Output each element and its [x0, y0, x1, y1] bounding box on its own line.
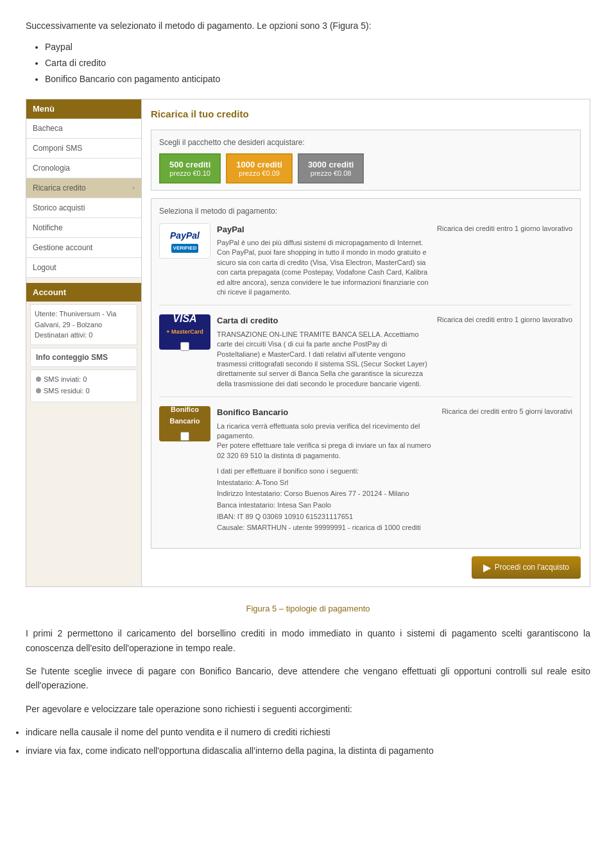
- sidebar-item-sms[interactable]: Componi SMS: [26, 139, 141, 158]
- paypal-desc: PayPal è uno dei più diffusi sistemi di …: [217, 238, 431, 297]
- sms-info-title: Info conteggio SMS: [30, 348, 137, 367]
- payment-bonifico: Bonifico Bancario Bonifico Bancario La r…: [159, 406, 572, 542]
- proceed-row: ▶ Procedi con l'acquisto: [151, 556, 581, 579]
- carta-info: Carta di credito TRANSAZIONE ON-LINE TRA…: [217, 314, 431, 389]
- sms-residui-dot: [36, 388, 41, 393]
- body-para1: I primi 2 permettono il caricamento del …: [26, 626, 590, 655]
- sidebar-item-gestione[interactable]: Gestione account: [26, 238, 141, 258]
- bonifico-radio[interactable]: [180, 432, 189, 441]
- sms-inviati-dot: [36, 377, 41, 382]
- carta-timing: Ricarica dei crediti entro 1 giorno lavo…: [437, 314, 572, 325]
- account-section-title: Account: [26, 283, 141, 302]
- sidebar-item-bacheca[interactable]: Bacheca: [26, 119, 141, 139]
- main-title: Ricarica il tuo credito: [151, 107, 581, 122]
- accorgimento-1: indicare nella causale il nome del punto…: [26, 725, 590, 739]
- main-panel: Ricarica il tuo credito Scegli il pacche…: [142, 99, 590, 586]
- carta-name: Carta di credito: [217, 314, 431, 327]
- sidebar-item-ricarica[interactable]: Ricarica credito ›: [26, 178, 141, 198]
- sms-residui-label: SMS residui: 0: [44, 386, 90, 397]
- payment-paypal: PayPal VERIFIED PayPal PayPal è uno dei …: [159, 223, 572, 306]
- packages-section: Scegli il pacchetto che desideri acquist…: [151, 130, 581, 191]
- option-carta: Carta di credito: [45, 56, 590, 70]
- body-para3: Per agevolare e velocizzare tale operazi…: [26, 702, 590, 716]
- proceed-label: Procedi con l'acquisto: [495, 563, 569, 572]
- proceed-button[interactable]: ▶ Procedi con l'acquisto: [472, 556, 581, 579]
- visa-logo: VISA + MasterCard: [159, 314, 210, 350]
- proceed-arrow-icon: ▶: [483, 561, 491, 574]
- paypal-name: PayPal: [217, 223, 431, 236]
- bonifico-extra: I dati per effettuare il bonifico sono i…: [217, 466, 435, 534]
- paypal-timing: Ricarica dei crediti entro 1 giorno lavo…: [437, 223, 572, 234]
- sidebar-item-notifiche[interactable]: Notifiche: [26, 218, 141, 238]
- carta-desc: TRANSAZIONE ON-LINE TRAMITE BANCA SELLA.…: [217, 330, 431, 389]
- arrow-icon: ›: [132, 182, 135, 193]
- packages-row: 500 crediti prezzo €0.10 1000 crediti pr…: [159, 153, 572, 184]
- sidebar-item-logout[interactable]: Logout: [26, 258, 141, 278]
- paypal-logo: PayPal VERIFIED: [159, 223, 210, 259]
- packages-label: Scegli il pacchetto che desideri acquist…: [159, 137, 572, 148]
- bonifico-logo: Bonifico Bancario: [159, 406, 210, 441]
- account-info: Utente: Thuniversum - Via Galvani, 29 - …: [30, 304, 137, 345]
- sidebar: Menù Bacheca Componi SMS Cronologia Rica…: [26, 99, 142, 586]
- bonifico-info: Bonifico Bancario La ricarica verrà effe…: [217, 406, 435, 534]
- bonifico-timing: Ricarica dei crediti entro 5 giorni lavo…: [441, 406, 572, 417]
- payment-options-list: Paypal Carta di credito Bonifico Bancari…: [45, 40, 590, 86]
- body-para2: Se l'utente sceglie invece di pagare con…: [26, 664, 590, 693]
- screenshot-figure5: Menù Bacheca Componi SMS Cronologia Rica…: [26, 99, 590, 587]
- bonifico-desc: La ricarica verrà effettuata solo previa…: [217, 422, 435, 461]
- payment-carta: VISA + MasterCard Carta di credito TRANS…: [159, 314, 572, 397]
- sidebar-item-cronologia[interactable]: Cronologia: [26, 158, 141, 178]
- sidebar-menu-title: Menù: [26, 99, 141, 119]
- carta-radio[interactable]: [180, 342, 189, 351]
- intro-paragraph: Successivamente va selezionato il metodo…: [26, 19, 590, 33]
- figure-caption: Figura 5 – tipologie di pagamento: [26, 602, 590, 615]
- accorgimento-2: inviare via fax, come indicato nell'oppo…: [26, 744, 590, 758]
- bonifico-name: Bonifico Bancario: [217, 406, 435, 419]
- paypal-info: PayPal PayPal è uno dei più diffusi sist…: [217, 223, 431, 298]
- package-1000[interactable]: 1000 crediti prezzo €0.09: [226, 153, 293, 184]
- payment-label: Seleziona il metodo di pagamento:: [159, 205, 572, 217]
- package-500[interactable]: 500 crediti prezzo €0.10: [159, 153, 221, 184]
- option-paypal: Paypal: [45, 40, 590, 54]
- sms-inviati-label: SMS inviati: 0: [44, 374, 87, 385]
- payment-section: Seleziona il metodo di pagamento: PayPal…: [151, 198, 581, 549]
- sms-info: SMS inviati: 0 SMS residui: 0: [30, 370, 137, 402]
- package-3000[interactable]: 3000 crediti prezzo €0.08: [298, 153, 364, 184]
- sidebar-item-storico[interactable]: Storico acquisti: [26, 198, 141, 218]
- option-bonifico: Bonifico Bancario con pagamento anticipa…: [45, 73, 590, 86]
- accorgimenti-list: indicare nella causale il nome del punto…: [26, 725, 590, 758]
